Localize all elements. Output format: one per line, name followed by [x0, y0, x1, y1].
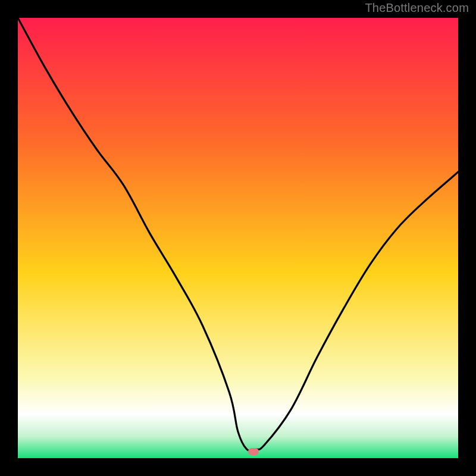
plot-area — [18, 18, 458, 458]
bottleneck-curve — [18, 18, 458, 458]
optimum-marker — [248, 448, 259, 455]
watermark-text: TheBottleneck.com — [365, 1, 469, 15]
chart-container: TheBottleneck.com — [0, 0, 476, 476]
